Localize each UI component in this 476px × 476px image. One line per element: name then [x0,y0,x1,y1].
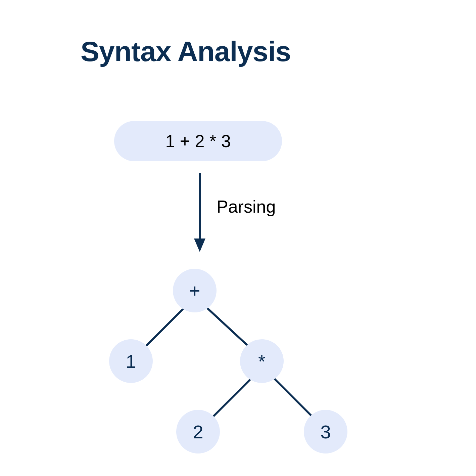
node-label-two: 2 [193,421,203,443]
tree-node-two: 2 [176,410,220,453]
tree-node-one: 1 [109,339,153,383]
expression-text: 1 + 2 * 3 [165,131,231,151]
tree-node-three: 3 [304,410,347,453]
svg-line-4 [210,378,252,420]
expression-box: 1 + 2 * 3 [114,121,282,161]
node-label-one: 1 [126,350,136,372]
arrow-label: Parsing [217,197,276,217]
svg-line-3 [206,307,252,349]
parsing-arrow [191,170,208,254]
node-label-star: * [258,350,266,372]
svg-marker-1 [194,239,205,252]
diagram-title: Syntax Analysis [81,35,291,68]
parse-tree: + 1 * 2 3 [94,269,396,464]
tree-node-star: * [240,339,284,383]
node-label-three: 3 [320,421,331,443]
node-label-plus: + [189,280,200,302]
svg-line-2 [143,307,185,349]
svg-line-5 [274,378,316,420]
tree-node-plus: + [173,269,217,312]
